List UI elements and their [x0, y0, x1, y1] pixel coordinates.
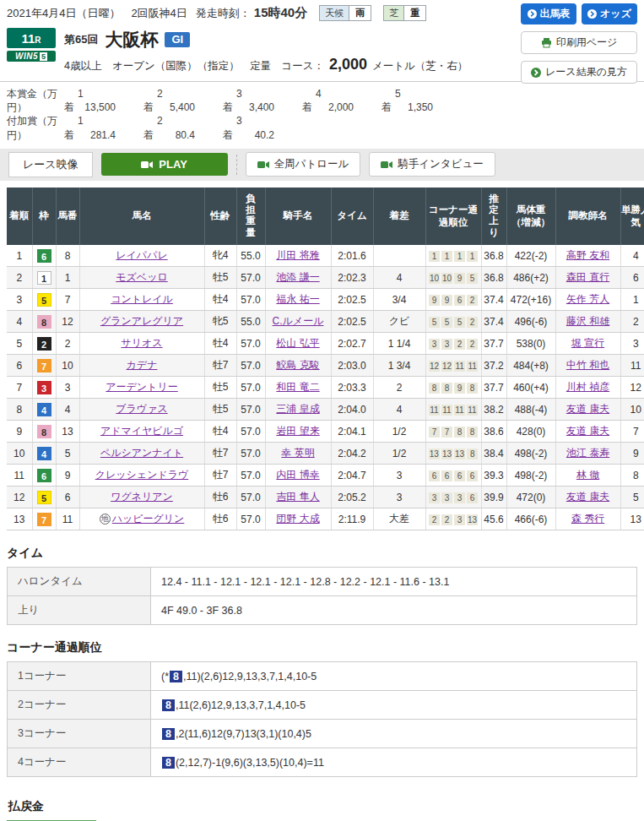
corner-position: 1	[454, 251, 465, 262]
horse-name-link[interactable]: アーデントリー	[106, 381, 177, 393]
prize-rank: 2	[143, 114, 223, 128]
trainer-link[interactable]: 友道 康夫	[566, 425, 609, 437]
prize-value: 着3,400	[223, 101, 302, 114]
prize-amount: 5,400	[158, 101, 195, 114]
corner-order-row: 4コーナー8(2,12,7)-1(9,6)(3,13,5)(10,4)=11	[8, 748, 637, 777]
play-button[interactable]: PLAY	[101, 153, 228, 176]
jockey-link[interactable]: 松山 弘平	[276, 337, 319, 349]
jockey-cell: 松山 弘平	[265, 333, 331, 355]
prize-amount: 281.4	[78, 128, 116, 142]
column-header-label: 騎手名	[284, 210, 313, 220]
lap-time-value: 12.4 - 11.1 - 12.1 - 12.1 - 12.1 - 12.8 …	[151, 568, 637, 596]
horse-name-link[interactable]: グランアレグリア	[100, 315, 183, 327]
column-header: 着順	[7, 188, 32, 245]
trainer-link[interactable]: 矢作 芳人	[566, 293, 609, 305]
jockey-cell: 川田 将雅	[265, 245, 331, 267]
trainer-link[interactable]: 藤沢 和雄	[566, 315, 609, 327]
jockey-link[interactable]: 団野 大成	[276, 513, 319, 525]
jockey-link[interactable]: 池添 謙一	[276, 271, 319, 283]
trainer-link[interactable]: 森田 直行	[566, 271, 609, 283]
corner-position: 9	[454, 383, 465, 394]
trainer-link[interactable]: 中竹 和也	[566, 359, 609, 371]
corner-label: 4コーナー	[8, 748, 151, 777]
horse-name-link[interactable]: カデナ	[127, 359, 158, 371]
start-time-label: 発走時刻：	[196, 6, 251, 21]
horse-name-link[interactable]: クレッシェンドラヴ	[95, 469, 189, 481]
sex-age: 牡6	[204, 487, 236, 508]
frame-badge: 7	[37, 513, 51, 526]
horse-name-link[interactable]: ワグネリアン	[111, 491, 173, 503]
course-suffix: メートル（芝・右）	[372, 59, 468, 73]
column-header-label: タイム	[337, 210, 366, 220]
jockey-link[interactable]: 三浦 皇成	[276, 403, 319, 415]
column-header-label: 馬体重（増減）	[511, 204, 550, 227]
horse-name-link[interactable]: ペルシアンナイト	[100, 447, 183, 459]
trainer-cell: 藤沢 和雄	[555, 311, 620, 333]
horse-name-link[interactable]: ハッピーグリン	[112, 513, 185, 525]
jockey-link[interactable]: 川田 将雅	[276, 249, 319, 261]
camera-icon	[381, 160, 392, 169]
jockey-interview-button[interactable]: 騎手インタビュー	[369, 152, 495, 177]
shutsuba-button[interactable]: 出馬表	[521, 3, 576, 24]
frame-cell: 4	[32, 399, 56, 421]
horse-number: 6	[56, 487, 79, 508]
prize-item: 4着2,000	[302, 87, 382, 114]
jockey-link[interactable]: 和田 竜二	[276, 381, 319, 393]
win5-logo[interactable]: WIN5 5	[7, 51, 56, 62]
horse-name-link[interactable]: モズベッロ	[116, 271, 167, 283]
result-guide-button[interactable]: レース結果の見方	[521, 61, 637, 84]
horse-weight: 472(0)	[506, 487, 555, 508]
trainer-link[interactable]: 友道 康夫	[566, 403, 609, 415]
prize-item: 2着80.4	[143, 114, 223, 141]
corner-positions: 101095	[425, 267, 481, 289]
print-page-button[interactable]: 印刷用ページ	[521, 31, 637, 54]
trainer-link[interactable]: 川村 禎彦	[566, 381, 609, 393]
trainer-link[interactable]: 高野 友和	[566, 249, 609, 261]
trainer-link[interactable]: 友道 康夫	[566, 491, 609, 503]
jockey-link[interactable]: C.ルメール	[273, 315, 324, 327]
corner-positions: 8898	[425, 377, 481, 399]
corner-positions: 7788	[425, 421, 481, 443]
jockey-link[interactable]: 鮫島 克駿	[276, 359, 319, 371]
patrol-video-button[interactable]: 全周パトロール	[246, 152, 361, 177]
horse-name-link[interactable]: ブラヴァス	[116, 403, 167, 415]
trainer-link[interactable]: 林 徹	[576, 469, 599, 481]
column-header: 調教師名	[555, 188, 620, 245]
column-header: コーナー通過順位	[425, 188, 481, 245]
column-header: 騎手名	[265, 188, 331, 245]
win-favorite: 13	[620, 508, 644, 530]
sex-age: 牡7	[204, 355, 236, 377]
odds-button[interactable]: オッズ	[582, 3, 637, 24]
jockey-link[interactable]: 吉田 隼人	[276, 491, 319, 503]
finish-position: 2	[7, 267, 32, 289]
race-date: 2021年4月4日（日曜） 2回阪神4日	[7, 6, 187, 21]
trainer-link[interactable]: 堀 宣行	[571, 337, 604, 349]
trainer-cell: 矢作 芳人	[555, 289, 620, 311]
trainer-link[interactable]: 池江 泰寿	[566, 447, 609, 459]
horse-name-link[interactable]: レイパパレ	[116, 249, 167, 261]
finish-time: 2:02.5	[331, 289, 373, 311]
corner-order-row: 2コーナー8,11(2,6)12,9,13,3,7,1,4,10-5	[8, 691, 637, 720]
horse-name-link[interactable]: アドマイヤビルゴ	[100, 425, 183, 437]
trainer-cell: 池江 泰寿	[555, 443, 620, 465]
finish-position: 1	[7, 245, 32, 267]
corner-position: 2	[467, 317, 478, 328]
win-favorite: 2	[620, 311, 644, 333]
prize-amount: 2,000	[317, 101, 354, 114]
jockey-link[interactable]: 内田 博幸	[276, 469, 319, 481]
horse-name-cell: 地ハッピーグリン	[79, 508, 204, 530]
trainer-link[interactable]: 森 秀行	[571, 513, 604, 525]
horse-name-link[interactable]: サリオス	[121, 337, 162, 349]
corner-label: 1コーナー	[8, 662, 151, 691]
table-row: 522サリオス牡457.0松山 弘平2:02.71 1/4332237.7538…	[7, 333, 644, 355]
horse-name-link[interactable]: コントレイル	[111, 293, 173, 305]
corner-position: 11	[467, 361, 478, 372]
horse-name-cell: ワグネリアン	[79, 487, 204, 508]
jockey-link[interactable]: 福永 祐一	[276, 293, 319, 305]
arrow-circle-icon	[531, 68, 541, 78]
jockey-link[interactable]: 幸 英明	[281, 447, 314, 459]
jockey-link[interactable]: 岩田 望来	[276, 425, 319, 437]
column-header: 馬番	[56, 188, 79, 245]
carried-weight: 55.0	[236, 311, 265, 333]
carried-weight: 57.0	[236, 443, 265, 465]
